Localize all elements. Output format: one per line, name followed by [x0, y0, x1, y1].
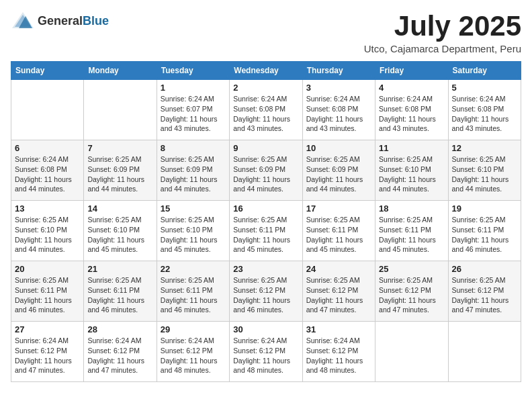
day-info: Sunrise: 6:24 AM Sunset: 6:07 PM Dayligh…	[161, 94, 226, 134]
day-info: Sunrise: 6:24 AM Sunset: 6:08 PM Dayligh…	[233, 94, 298, 134]
day-info: Sunrise: 6:25 AM Sunset: 6:09 PM Dayligh…	[233, 154, 298, 194]
day-number: 29	[161, 324, 226, 334]
logo: GeneralBlue	[11, 11, 109, 31]
day-number: 30	[233, 324, 298, 334]
day-header-thursday: Thursday	[302, 62, 375, 80]
calendar-cell: 15Sunrise: 6:25 AM Sunset: 6:10 PM Dayli…	[157, 201, 229, 261]
calendar-cell: 23Sunrise: 6:25 AM Sunset: 6:12 PM Dayli…	[230, 261, 302, 322]
day-info: Sunrise: 6:25 AM Sunset: 6:10 PM Dayligh…	[379, 154, 444, 194]
day-number: 15	[161, 203, 226, 214]
calendar-cell: 26Sunrise: 6:25 AM Sunset: 6:12 PM Dayli…	[448, 261, 521, 322]
day-info: Sunrise: 6:25 AM Sunset: 6:10 PM Dayligh…	[87, 215, 152, 255]
day-number: 17	[306, 203, 371, 214]
day-info: Sunrise: 6:24 AM Sunset: 6:08 PM Dayligh…	[379, 94, 444, 134]
day-info: Sunrise: 6:25 AM Sunset: 6:11 PM Dayligh…	[87, 275, 152, 315]
calendar-cell: 29Sunrise: 6:24 AM Sunset: 6:12 PM Dayli…	[157, 322, 229, 382]
day-info: Sunrise: 6:24 AM Sunset: 6:12 PM Dayligh…	[15, 336, 80, 375]
day-header-sunday: Sunday	[11, 62, 84, 80]
day-number: 8	[161, 143, 226, 153]
calendar-week-row: 20Sunrise: 6:25 AM Sunset: 6:11 PM Dayli…	[11, 261, 521, 322]
day-info: Sunrise: 6:25 AM Sunset: 6:11 PM Dayligh…	[15, 275, 80, 315]
calendar-cell: 6Sunrise: 6:24 AM Sunset: 6:08 PM Daylig…	[11, 140, 84, 201]
day-info: Sunrise: 6:25 AM Sunset: 6:09 PM Dayligh…	[161, 154, 226, 194]
calendar-week-row: 6Sunrise: 6:24 AM Sunset: 6:08 PM Daylig…	[11, 140, 521, 201]
day-number: 13	[15, 203, 80, 214]
day-info: Sunrise: 6:25 AM Sunset: 6:11 PM Dayligh…	[161, 275, 226, 315]
day-info: Sunrise: 6:25 AM Sunset: 6:11 PM Dayligh…	[233, 215, 298, 255]
calendar-cell: 16Sunrise: 6:25 AM Sunset: 6:11 PM Dayli…	[230, 201, 302, 261]
calendar-cell: 27Sunrise: 6:24 AM Sunset: 6:12 PM Dayli…	[11, 322, 84, 382]
calendar-cell: 3Sunrise: 6:24 AM Sunset: 6:08 PM Daylig…	[302, 80, 375, 140]
location-title: Utco, Cajamarca Department, Peru	[364, 43, 521, 54]
day-number: 18	[379, 203, 444, 214]
calendar-cell: 28Sunrise: 6:24 AM Sunset: 6:12 PM Dayli…	[84, 322, 157, 382]
calendar-cell: 30Sunrise: 6:24 AM Sunset: 6:12 PM Dayli…	[230, 322, 302, 382]
day-number: 24	[306, 264, 371, 274]
logo-blue: Blue	[83, 14, 109, 28]
calendar-cell: 31Sunrise: 6:24 AM Sunset: 6:12 PM Dayli…	[302, 322, 375, 382]
day-info: Sunrise: 6:25 AM Sunset: 6:12 PM Dayligh…	[306, 275, 371, 315]
day-number: 2	[233, 83, 298, 93]
title-area: July 2025 Utco, Cajamarca Department, Pe…	[364, 11, 521, 54]
day-info: Sunrise: 6:25 AM Sunset: 6:12 PM Dayligh…	[233, 275, 298, 315]
day-info: Sunrise: 6:25 AM Sunset: 6:09 PM Dayligh…	[87, 154, 152, 194]
day-info: Sunrise: 6:25 AM Sunset: 6:12 PM Dayligh…	[452, 275, 517, 315]
logo-icon	[11, 11, 35, 31]
calendar-cell: 9Sunrise: 6:25 AM Sunset: 6:09 PM Daylig…	[230, 140, 302, 201]
day-header-tuesday: Tuesday	[157, 62, 229, 80]
day-number: 27	[15, 324, 80, 334]
day-number: 6	[15, 143, 80, 153]
day-number: 31	[306, 324, 371, 334]
day-info: Sunrise: 6:25 AM Sunset: 6:11 PM Dayligh…	[452, 215, 517, 255]
day-info: Sunrise: 6:24 AM Sunset: 6:12 PM Dayligh…	[161, 336, 226, 375]
calendar-cell	[11, 80, 84, 140]
day-info: Sunrise: 6:24 AM Sunset: 6:12 PM Dayligh…	[306, 336, 371, 375]
day-number: 28	[87, 324, 152, 334]
calendar-week-row: 13Sunrise: 6:25 AM Sunset: 6:10 PM Dayli…	[11, 201, 521, 261]
calendar-cell: 22Sunrise: 6:25 AM Sunset: 6:11 PM Dayli…	[157, 261, 229, 322]
header: GeneralBlue July 2025 Utco, Cajamarca De…	[11, 11, 521, 54]
calendar-cell: 20Sunrise: 6:25 AM Sunset: 6:11 PM Dayli…	[11, 261, 84, 322]
day-info: Sunrise: 6:25 AM Sunset: 6:11 PM Dayligh…	[379, 215, 444, 255]
day-info: Sunrise: 6:24 AM Sunset: 6:08 PM Dayligh…	[306, 94, 371, 134]
day-header-monday: Monday	[84, 62, 157, 80]
day-number: 10	[306, 143, 371, 153]
calendar-cell: 12Sunrise: 6:25 AM Sunset: 6:10 PM Dayli…	[448, 140, 521, 201]
calendar-cell: 24Sunrise: 6:25 AM Sunset: 6:12 PM Dayli…	[302, 261, 375, 322]
day-number: 12	[452, 143, 517, 153]
day-number: 11	[379, 143, 444, 153]
logo-text: GeneralBlue	[38, 14, 109, 28]
calendar-cell: 14Sunrise: 6:25 AM Sunset: 6:10 PM Dayli…	[84, 201, 157, 261]
day-info: Sunrise: 6:25 AM Sunset: 6:10 PM Dayligh…	[452, 154, 517, 194]
day-info: Sunrise: 6:25 AM Sunset: 6:09 PM Dayligh…	[306, 154, 371, 194]
day-info: Sunrise: 6:25 AM Sunset: 6:11 PM Dayligh…	[306, 215, 371, 255]
calendar-cell: 18Sunrise: 6:25 AM Sunset: 6:11 PM Dayli…	[375, 201, 448, 261]
calendar-cell: 1Sunrise: 6:24 AM Sunset: 6:07 PM Daylig…	[157, 80, 229, 140]
calendar-cell: 8Sunrise: 6:25 AM Sunset: 6:09 PM Daylig…	[157, 140, 229, 201]
day-number: 4	[379, 83, 444, 93]
day-number: 19	[452, 203, 517, 214]
calendar-header-row: SundayMondayTuesdayWednesdayThursdayFrid…	[11, 62, 521, 80]
logo-general: General	[38, 14, 83, 28]
day-header-friday: Friday	[375, 62, 448, 80]
day-number: 3	[306, 83, 371, 93]
day-info: Sunrise: 6:24 AM Sunset: 6:08 PM Dayligh…	[452, 94, 517, 134]
calendar-cell: 11Sunrise: 6:25 AM Sunset: 6:10 PM Dayli…	[375, 140, 448, 201]
day-number: 22	[161, 264, 226, 274]
day-number: 25	[379, 264, 444, 274]
day-info: Sunrise: 6:24 AM Sunset: 6:12 PM Dayligh…	[87, 336, 152, 375]
month-title: July 2025	[364, 11, 521, 42]
calendar-table: SundayMondayTuesdayWednesdayThursdayFrid…	[11, 61, 521, 382]
calendar-cell: 19Sunrise: 6:25 AM Sunset: 6:11 PM Dayli…	[448, 201, 521, 261]
day-number: 14	[87, 203, 152, 214]
day-number: 20	[15, 264, 80, 274]
calendar-cell: 7Sunrise: 6:25 AM Sunset: 6:09 PM Daylig…	[84, 140, 157, 201]
day-header-saturday: Saturday	[448, 62, 521, 80]
day-number: 5	[452, 83, 517, 93]
day-info: Sunrise: 6:25 AM Sunset: 6:10 PM Dayligh…	[15, 215, 80, 255]
day-info: Sunrise: 6:25 AM Sunset: 6:12 PM Dayligh…	[379, 275, 444, 315]
calendar-cell: 13Sunrise: 6:25 AM Sunset: 6:10 PM Dayli…	[11, 201, 84, 261]
day-number: 26	[452, 264, 517, 274]
day-number: 16	[233, 203, 298, 214]
calendar-cell: 21Sunrise: 6:25 AM Sunset: 6:11 PM Dayli…	[84, 261, 157, 322]
